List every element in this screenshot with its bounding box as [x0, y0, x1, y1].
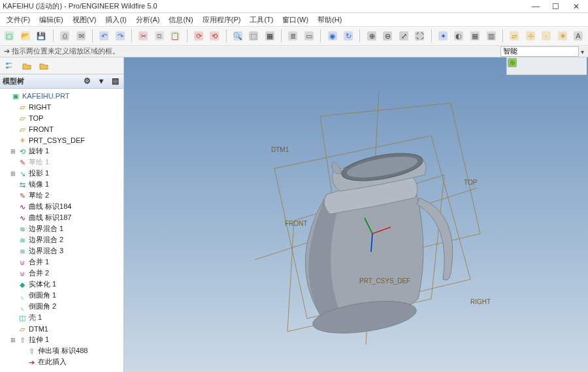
expand-icon[interactable]: [9, 125, 16, 132]
menu-w[interactable]: 窗口(W): [278, 14, 312, 25]
maximize-button[interactable]: ☐: [547, 2, 565, 11]
orient-icon[interactable]: ◉: [325, 29, 339, 43]
csys-disp-icon[interactable]: ✳: [556, 29, 570, 43]
tab-favorites[interactable]: [37, 59, 51, 72]
tree-item[interactable]: ▱RIGHT: [0, 101, 123, 112]
select-icon[interactable]: ⬚: [247, 29, 261, 43]
tree-item[interactable]: ≋边界混合 1: [0, 223, 123, 234]
expand-icon[interactable]: [9, 303, 16, 310]
tree-item[interactable]: ✎草绘 1: [0, 157, 123, 168]
expand-icon[interactable]: [18, 358, 25, 365]
menu-e[interactable]: 编辑(E): [35, 14, 67, 25]
expand-icon[interactable]: [9, 114, 16, 121]
axis-disp-icon[interactable]: ⊹: [523, 29, 537, 43]
tree-item[interactable]: ▱TOP: [0, 112, 123, 123]
tree-item[interactable]: ✎草绘 2: [0, 190, 123, 201]
minimize-button[interactable]: —: [527, 2, 545, 11]
expand-icon[interactable]: [9, 270, 16, 277]
menu-f[interactable]: 文件(F): [3, 14, 34, 25]
expand-icon[interactable]: [18, 347, 25, 354]
copy-icon[interactable]: ⧉: [152, 29, 166, 43]
tree-item[interactable]: ∿曲线 标识187: [0, 212, 123, 223]
redo-icon[interactable]: ↷: [113, 29, 127, 43]
regen-all-icon[interactable]: ⟲: [208, 29, 221, 43]
menu-t[interactable]: 工具(T): [246, 14, 277, 25]
layer-icon[interactable]: ≣: [286, 29, 300, 43]
regen-icon[interactable]: ⟳: [191, 29, 205, 43]
tree-show-icon[interactable]: ▾: [95, 76, 107, 87]
tree-item[interactable]: ◫壳 1: [0, 312, 123, 323]
tree-item[interactable]: ⊎合并 1: [0, 256, 123, 268]
menu-i[interactable]: 插入(I): [101, 14, 130, 25]
expand-icon[interactable]: [9, 258, 16, 266]
repaint-icon[interactable]: ✦: [436, 29, 450, 43]
expand-icon[interactable]: [9, 192, 16, 199]
tree-item[interactable]: ▱FRONT: [0, 123, 123, 134]
save-icon[interactable]: 💾: [35, 29, 48, 43]
undo-icon[interactable]: ↶: [97, 29, 111, 43]
zoom-in-icon[interactable]: ⊕: [365, 29, 378, 43]
mail-icon[interactable]: ✉: [74, 29, 88, 43]
tree-item[interactable]: ✳PRT_CSYS_DEF: [0, 134, 123, 146]
spin-icon[interactable]: ↻: [342, 29, 355, 43]
tree-item[interactable]: ≋边界混合 2: [0, 234, 123, 245]
graphics-viewport[interactable]: ▱⊹∙✳✎: [124, 57, 588, 372]
view-mgr-icon[interactable]: ▭: [302, 29, 316, 43]
tree-item[interactable]: ≋边界混合 3: [0, 245, 123, 256]
tab-model-tree[interactable]: [3, 59, 17, 72]
open-file-icon[interactable]: 📂: [19, 29, 33, 43]
plane-disp-icon[interactable]: ▱: [508, 29, 521, 43]
tree-item[interactable]: ⊎合并 2: [0, 268, 123, 279]
expand-icon[interactable]: [9, 203, 16, 210]
tree-item[interactable]: ⇧伸出项 标识488: [0, 345, 123, 356]
tree-item[interactable]: ➔在此插入: [0, 356, 123, 367]
tree-item[interactable]: ⇆镜像 1: [0, 179, 123, 190]
filter-dropdown-icon[interactable]: ▾: [581, 48, 584, 55]
print-icon[interactable]: ⎙: [58, 29, 72, 43]
annot-disp-icon[interactable]: A: [572, 29, 585, 43]
tree-menu-icon[interactable]: ▤: [109, 76, 121, 87]
shade-icon[interactable]: ◐: [452, 29, 466, 43]
expand-icon[interactable]: ⊞: [9, 170, 16, 177]
expand-icon[interactable]: [9, 292, 16, 299]
tree-item[interactable]: ▣KAFEIHU.PRT: [0, 90, 123, 101]
refit-icon[interactable]: ⛶: [413, 29, 427, 43]
zoom-out-icon[interactable]: ⊖: [381, 29, 395, 43]
zoom-fit-icon[interactable]: ⤢: [397, 29, 411, 43]
menu-n[interactable]: 信息(N): [165, 14, 197, 25]
expand-icon[interactable]: [9, 225, 16, 232]
tree-item[interactable]: ▱DTM1: [0, 323, 123, 334]
expand-icon[interactable]: [9, 136, 16, 144]
paste-icon[interactable]: 📋: [169, 29, 182, 43]
tree-item[interactable]: ◟倒圆角 2: [0, 301, 123, 312]
expand-icon[interactable]: [9, 314, 16, 321]
close-button[interactable]: ✕: [567, 2, 585, 11]
menu-a[interactable]: 分析(A): [132, 14, 164, 25]
wire-icon[interactable]: ▦: [468, 29, 482, 43]
expand-icon[interactable]: [9, 103, 16, 110]
menu-p[interactable]: 应用程序(P): [199, 14, 245, 25]
hidden-icon[interactable]: ▥: [484, 29, 498, 43]
filter-input[interactable]: [500, 46, 579, 57]
expand-icon[interactable]: [9, 247, 16, 255]
expand-icon[interactable]: [3, 92, 10, 99]
expand-icon[interactable]: ⊞: [9, 147, 16, 155]
expand-icon[interactable]: [9, 159, 16, 166]
model-tree[interactable]: ▣KAFEIHU.PRT▱RIGHT▱TOP▱FRONT✳PRT_CSYS_DE…: [0, 89, 123, 372]
expand-icon[interactable]: [9, 181, 16, 188]
expand-icon[interactable]: [9, 281, 16, 288]
expand-icon[interactable]: [9, 236, 16, 243]
tree-settings-icon[interactable]: ⚙: [82, 76, 93, 87]
point-disp-icon[interactable]: ∙: [540, 29, 553, 43]
tree-item[interactable]: ∿曲线 标识184: [0, 201, 123, 212]
expand-icon[interactable]: [9, 325, 16, 332]
new-file-icon[interactable]: ▢: [3, 29, 16, 43]
menu-v[interactable]: 视图(V): [69, 14, 101, 25]
tree-item[interactable]: ⊞⟲旋转 1: [0, 146, 123, 157]
box-select-icon[interactable]: ▦: [263, 29, 277, 43]
tree-item[interactable]: ◆实体化 1: [0, 279, 123, 290]
tree-item[interactable]: ◟倒圆角 1: [0, 290, 123, 301]
expand-icon[interactable]: ⊞: [9, 336, 16, 343]
tab-folder[interactable]: [20, 59, 34, 72]
tree-item[interactable]: ⊞⇧拉伸 1: [0, 334, 123, 345]
